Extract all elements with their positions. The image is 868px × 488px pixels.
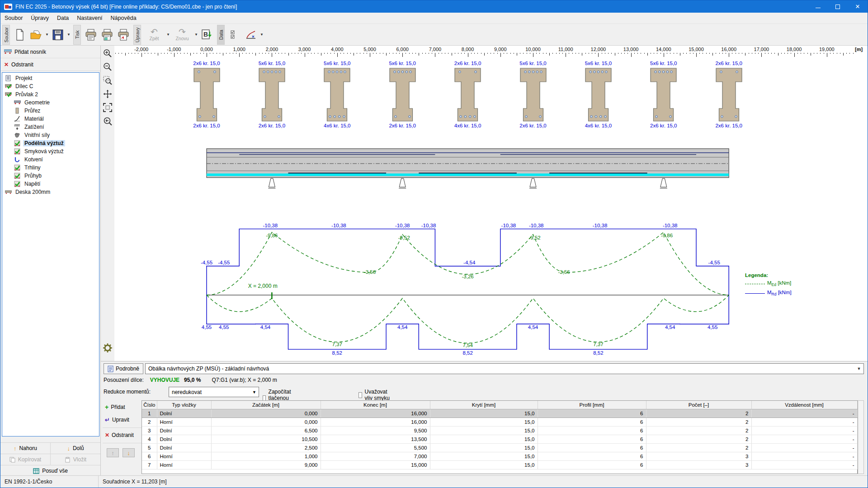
save-button[interactable] [50,25,66,44]
open-file-button[interactable] [28,25,44,44]
print-preview-button[interactable] [99,25,115,44]
tree-item-podelna-vyztuz[interactable]: Podélná výztuž [2,139,99,147]
copy-button[interactable]: Kopírovat [0,454,50,465]
table-cell: 6 [538,460,646,469]
open-folder-icon [30,29,42,40]
table-row[interactable]: 6Horní1,0007,00015,063- [142,452,857,460]
app-icon [4,4,12,10]
toolbar-group-upravy[interactable]: Úpravy [133,25,141,45]
tree-item-pruhyb[interactable]: Průhyb [2,172,99,180]
add-beam-button[interactable]: Přidat nosník [0,46,100,58]
column-header-cislo[interactable]: Číslo [142,401,157,409]
svg-text:8,52: 8,52 [332,350,342,356]
tree-item-prurez[interactable]: Průřez [2,107,99,115]
redo-button[interactable]: ↷ Znovu [171,25,193,45]
printer-icon [85,29,97,41]
tree-item-pruvlak-2[interactable]: Průvlak 2 [2,90,99,99]
print-settings-button[interactable] [115,25,132,44]
edit-row-button[interactable]: ↵ Upravit [104,415,141,425]
toolbar-group-data[interactable]: Data [217,25,225,45]
table-cell: 15,0 [430,435,538,443]
table-row[interactable]: 1Dolní0,00016,00015,062- [142,409,857,418]
tree-item-kotveni[interactable]: Kotvení [2,155,99,164]
report-button[interactable]: B [199,25,215,44]
pan-button[interactable] [102,88,113,100]
status-norm: EN 1992-1-1/Česko [0,479,98,485]
maximize-button[interactable] [828,0,848,13]
tree-item-projekt[interactable]: Projekt [2,74,99,82]
column-header-typ-vlozky[interactable]: Typ vložky [157,401,211,409]
shear-influence-checkbox[interactable]: Uvažovat vliv smyku [359,389,390,401]
table-row[interactable]: 5Dolní2,5005,50015,062- [142,443,857,452]
menu-napoveda[interactable]: Nápověda [107,14,141,23]
toolbar-group-soubor[interactable]: Soubor [2,25,10,45]
column-header-pocet[interactable]: Počet [–] [646,401,751,409]
sidebar: Přidat nosník ✕ Odstranit ProjektDílec C… [0,46,101,476]
tree-item-trhliny[interactable]: Trhliny [2,164,99,172]
remove-beam-button[interactable]: ✕ Odstranit [0,58,100,71]
row-down-button[interactable]: ↓ [123,448,135,457]
zoom-fit-button[interactable] [102,101,113,113]
results-display-button[interactable] [243,25,259,44]
svg-text:-10,38: -10,38 [421,223,436,228]
details-doc-icon [108,366,113,372]
column-header-vzdalenost-mm[interactable]: Vzdálenost [mm] [751,401,857,409]
minimize-button[interactable] [808,0,828,13]
column-header-konec-m[interactable]: Konec [m] [321,401,430,409]
print-button[interactable] [83,25,99,44]
tree-item-deska-200mm[interactable]: Deska 200mm [2,188,99,196]
tree-item-material[interactable]: Materiál [2,115,99,123]
table-row[interactable]: 3Dolní6,5009,50015,062- [142,426,857,435]
zoom-window-button[interactable] [102,74,113,86]
column-header-zacatek-m[interactable]: Začátek [m] [211,401,321,409]
row-up-button[interactable]: ↑ [107,448,119,457]
move-down-button[interactable]: ↓Dolů [50,443,100,454]
zoom-in-button[interactable] [102,47,113,59]
settings-gear-button[interactable] [102,342,113,354]
paste-button[interactable]: Vložit [50,454,100,465]
table-row[interactable]: 7Horní9,00015,00015,063- [142,460,857,469]
tree-item-vnitrni-sily[interactable]: Vnitřní síly [2,131,99,139]
move-up-button[interactable]: ↑Nahoru [0,443,50,454]
check-all-button[interactable]: Posuď vše [0,465,100,476]
tree-item-napeti[interactable]: Napětí [2,180,99,188]
column-header-kryti-mm[interactable]: Krytí [mm] [430,401,538,409]
undo-dropdown[interactable]: ▼ [165,25,171,44]
menu-nastaveni[interactable]: Nastavení [73,14,106,23]
details-button[interactable]: Podrobně [104,363,143,374]
tree-item-label: Materiál [23,116,45,122]
table-row[interactable]: 2Horní0,00016,00015,062- [142,418,857,426]
svg-text:8,52: 8,52 [593,350,603,356]
menu-data[interactable]: Data [53,14,73,23]
legend-item-med: MEd [kNm] [745,279,792,289]
tree-item-label: Napětí [23,181,42,187]
reduction-select[interactable]: neredukovat ▼ [169,387,259,397]
delete-row-button[interactable]: ✕ Odstranit [104,430,141,440]
table-row[interactable]: 4Dolní10,50013,50015,062- [142,435,857,443]
close-button[interactable]: ✕ [848,0,868,13]
menu-soubor[interactable]: Soubor [0,14,27,23]
drawing-canvas[interactable]: -2,000-1,0000,0001,0002,0003,0004,0005,0… [114,46,868,361]
save-dropdown[interactable]: ▼ [66,25,71,44]
new-file-button[interactable] [12,25,28,44]
tree-item-geometrie[interactable]: Geometrie [2,99,99,107]
display-options-button[interactable] [226,25,243,44]
undo-button[interactable]: ↶ Zpět [143,25,165,45]
add-row-button[interactable]: + Přidat [104,402,141,412]
zoom-out-button[interactable] [102,61,113,73]
reinforcement-table[interactable]: ČísloTyp vložkyZačátek [m]Konec [m]Krytí… [142,401,858,469]
combination-select[interactable]: Obálka návrhových ZP (MSÚ) - základní ná… [145,363,864,374]
menu-upravy[interactable]: Úpravy [27,14,53,23]
zoom-previous-button[interactable] [102,115,113,127]
results-display-dropdown[interactable]: ▼ [259,25,264,44]
redo-dropdown[interactable]: ▼ [193,25,199,44]
toolbar-group-tisk[interactable]: Tisk [73,25,81,45]
table-cell: 15,0 [430,409,538,418]
table-scrollbar[interactable] [858,400,864,474]
tree-item-dilec-c[interactable]: Dílec C [2,82,99,90]
column-header-profil-mm[interactable]: Profil [mm] [538,401,646,409]
tree-item-smykova-vyztuz[interactable]: Smyková výztuž [2,147,99,155]
open-file-dropdown[interactable]: ▼ [44,25,50,44]
tree-item-zatizeni[interactable]: Zatížení [2,123,99,131]
svg-text:4,54: 4,54 [665,324,675,330]
